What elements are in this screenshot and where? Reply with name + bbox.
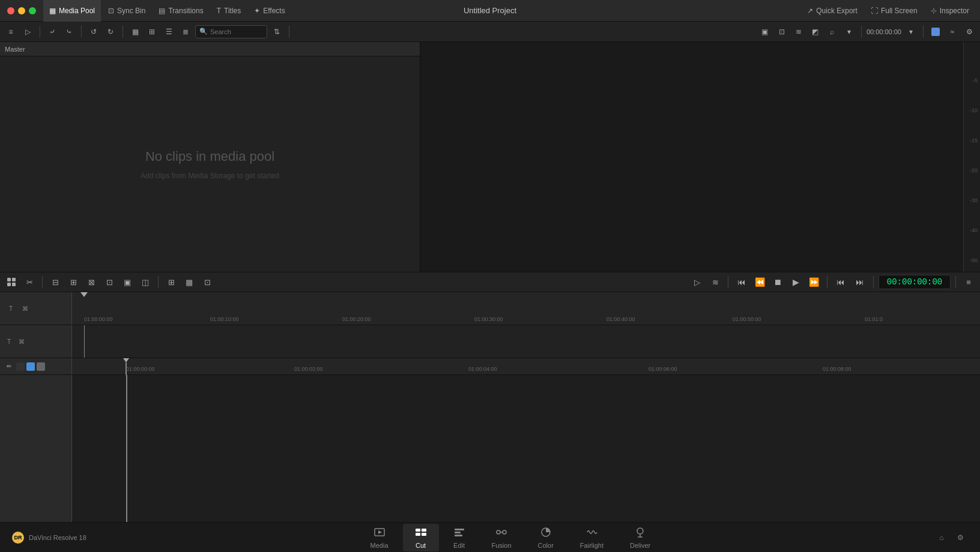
track-header-ruler: T ⌘ xyxy=(0,292,72,325)
tl-sep-1 xyxy=(42,276,43,288)
th-tool-2[interactable]: ⌘ xyxy=(19,302,31,314)
transport-controls: ⏮ ⏪ ⏹ ▶ ⏩ xyxy=(733,274,822,290)
lower-playhead-line xyxy=(126,375,127,522)
upper-ruler-marks: 01:00:00:00 01:00:10:00 01:00:20:00 01:0… xyxy=(72,292,980,325)
bottom-tab-edit[interactable]: Edit xyxy=(441,524,477,551)
sort-btn[interactable]: ⇅ xyxy=(270,25,284,39)
import-btn[interactable]: ⤶ xyxy=(45,25,59,39)
bottom-tab-fairlight[interactable]: Fairlight xyxy=(568,524,616,551)
tab-media-pool[interactable]: ▦ Media Pool xyxy=(43,0,101,22)
lc-audio-track[interactable] xyxy=(37,362,45,371)
fusion-tab-label: Fusion xyxy=(492,542,512,549)
view-filmstrip-btn[interactable]: ▦ xyxy=(128,25,142,39)
bottom-tab-deliver[interactable]: Deliver xyxy=(618,524,662,551)
quick-export-button[interactable]: ↗ Quick Export xyxy=(801,0,864,22)
settings-btn[interactable]: ⚙ xyxy=(954,530,968,545)
timeline-tool-razor[interactable]: ✂ xyxy=(22,274,37,290)
media-pool-icon: ▦ xyxy=(49,7,56,15)
timeline-tool-clip2[interactable]: ▦ xyxy=(181,274,197,290)
bottom-tab-color[interactable]: Color xyxy=(526,524,566,551)
timeline-tool-ripple[interactable]: ⊠ xyxy=(83,274,99,290)
transport-next-frame[interactable]: ⏩ xyxy=(805,274,822,290)
bottom-tab-cut[interactable]: Cut xyxy=(403,524,439,551)
svg-rect-8 xyxy=(416,533,420,536)
lc-pen[interactable]: ✏ xyxy=(4,361,14,372)
svg-point-13 xyxy=(497,530,500,534)
full-screen-button[interactable]: ⛶ Full Screen xyxy=(865,0,924,22)
title-bar-tabs: ▦ Media Pool ⊡ Sync Bin ▤ Transitions T … xyxy=(43,0,801,22)
viewer-overlay-btn[interactable]: ⊡ xyxy=(775,25,789,39)
viewer-mode-btn[interactable]: ▣ xyxy=(758,25,772,39)
inspector-button[interactable]: ⊹ Inspector xyxy=(925,0,975,22)
titles-icon: T xyxy=(217,7,221,15)
lower-track-side xyxy=(0,375,72,522)
tab-transitions[interactable]: ▤ Transitions xyxy=(153,0,209,22)
preview-area xyxy=(420,42,963,272)
tab-effects[interactable]: ✦ Effects xyxy=(248,0,291,22)
viewer-zoom-btn[interactable]: ⌕ xyxy=(825,25,839,39)
timeline-tool-overwrite[interactable]: ⊞ xyxy=(65,274,81,290)
maximize-button[interactable] xyxy=(29,7,36,14)
transport-next-edit[interactable]: ⏭ xyxy=(851,274,868,290)
tc-3: 01:00:20:00 xyxy=(342,316,371,322)
search-input[interactable] xyxy=(210,28,258,35)
timeline-settings-btn[interactable]: ≡ xyxy=(961,274,976,290)
th-tool-1[interactable]: T xyxy=(5,302,17,314)
cut-tab-label: Cut xyxy=(416,542,426,549)
tab-sync-bin-label: Sync Bin xyxy=(117,7,145,15)
timecode-format-btn[interactable]: ▾ xyxy=(904,25,918,39)
view-list-btn[interactable]: ☰ xyxy=(162,25,176,39)
search-box[interactable]: 🔍 xyxy=(195,25,267,38)
title-bar-right: ↗ Quick Export ⛶ Full Screen ⊹ Inspector xyxy=(801,0,980,22)
lower-track-area xyxy=(72,375,980,522)
tc-2: 01:00:10:00 xyxy=(210,316,239,322)
tc-icon-1[interactable]: T xyxy=(4,336,14,347)
lc-video-icon xyxy=(16,362,25,371)
timeline-tool-slip[interactable]: ▣ xyxy=(119,274,135,290)
viewer-settings-btn[interactable]: ▾ xyxy=(842,25,856,39)
tl-sep-6 xyxy=(955,276,956,288)
tab-sync-bin[interactable]: ⊡ Sync Bin xyxy=(102,0,151,22)
toolbar-arrow-btn[interactable]: ▷ xyxy=(20,25,35,39)
tab-titles[interactable]: T Titles xyxy=(211,0,247,22)
export-btn[interactable]: ⤷ xyxy=(62,25,76,39)
home-btn[interactable]: ⌂ xyxy=(934,530,949,545)
view-grid-btn[interactable]: ⊞ xyxy=(145,25,159,39)
timeline-tool-slide[interactable]: ◫ xyxy=(138,274,153,290)
transport-play[interactable]: ▶ xyxy=(787,274,804,290)
timeline-tool-clip3[interactable]: ⊡ xyxy=(199,274,215,290)
color-swatch-btn[interactable] xyxy=(928,25,943,39)
timeline-tool-roll[interactable]: ⊡ xyxy=(101,274,117,290)
deliver-tab-label: Deliver xyxy=(630,542,650,549)
undo-btn[interactable]: ↺ xyxy=(86,25,101,39)
close-button[interactable] xyxy=(7,7,14,14)
bottom-tab-media[interactable]: Media xyxy=(358,524,401,551)
timeline-tool-clip1[interactable]: ⊞ xyxy=(163,274,179,290)
timeline-tool-multi[interactable] xyxy=(4,274,19,290)
redo-btn[interactable]: ↻ xyxy=(103,25,118,39)
bottom-tab-fusion[interactable]: Fusion xyxy=(480,524,524,551)
tc-icon-2[interactable]: ⌘ xyxy=(16,336,27,347)
lower-track-controls: ✏ xyxy=(0,358,72,374)
transport-go-start[interactable]: ⏮ xyxy=(733,274,750,290)
transport-stop[interactable]: ⏹ xyxy=(769,274,786,290)
toolbar-separator-1 xyxy=(40,26,40,38)
transport-prev-frame[interactable]: ⏪ xyxy=(751,274,768,290)
lower-tc-4: 01:00:06:00 xyxy=(649,366,677,372)
effects-toggle-btn[interactable]: ⚙ xyxy=(962,25,976,39)
audio-level-btn[interactable]: ≈ xyxy=(945,25,960,39)
timeline-viewer-mode[interactable]: ▷ xyxy=(689,274,705,290)
view-detail-btn[interactable]: ≣ xyxy=(178,25,193,39)
bottom-left: DR DaVinci Resolve 18 xyxy=(12,532,86,544)
transport-prev-edit[interactable]: ⏮ xyxy=(832,274,849,290)
tab-transitions-label: Transitions xyxy=(168,7,203,15)
quick-export-label: Quick Export xyxy=(816,7,858,15)
viewer-audio-btn[interactable]: ≋ xyxy=(791,25,806,39)
minimize-button[interactable] xyxy=(18,7,25,14)
timeline-audio-btn[interactable]: ≋ xyxy=(707,274,723,290)
timeline-tool-insert[interactable]: ⊟ xyxy=(47,274,63,290)
toolbar-menu-btn[interactable]: ≡ xyxy=(4,25,18,39)
svg-rect-9 xyxy=(422,533,426,536)
viewer-3d-btn[interactable]: ◩ xyxy=(808,25,823,39)
lc-video-track[interactable] xyxy=(26,362,35,371)
